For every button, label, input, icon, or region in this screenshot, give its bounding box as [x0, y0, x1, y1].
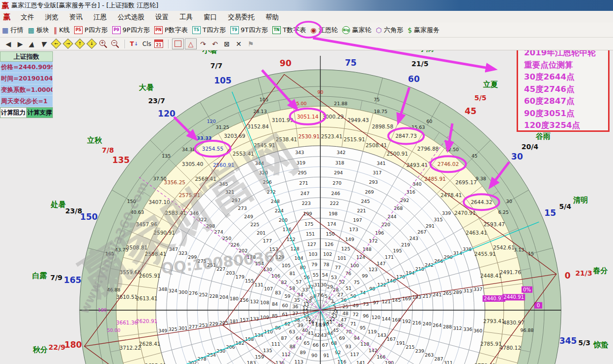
svg-text:59: 59: [284, 293, 290, 299]
svg-text:252: 252: [199, 292, 208, 297]
menu-item-5[interactable]: 设置: [150, 12, 174, 22]
svg-text:2898.58: 2898.58: [372, 123, 393, 129]
menu-item-3[interactable]: 江恩: [88, 12, 112, 22]
svg-text:69: 69: [339, 335, 345, 341]
svg-text:118: 118: [360, 341, 369, 347]
toolbar-item-sectors[interactable]: ▩板块: [28, 26, 49, 35]
toolbar-item-kline[interactable]: ‖K线: [53, 26, 70, 35]
svg-text:96.88: 96.88: [520, 327, 533, 333]
zoom-out-icon[interactable]: −: [110, 39, 121, 49]
box-x-icon[interactable]: ⊠: [221, 39, 232, 49]
svg-text:2493.41: 2493.41: [406, 162, 428, 168]
menu-logo-icon: 赢: [3, 12, 10, 22]
svg-text:300: 300: [178, 289, 187, 295]
svg-text:175: 175: [305, 221, 313, 227]
svg-text:2463.41: 2463.41: [466, 230, 487, 236]
diamond-up-icon[interactable]: ↑: [74, 39, 85, 49]
svg-text:3203.69: 3203.69: [224, 133, 245, 139]
toolbar-item-gann-wheel[interactable]: ◉江恩轮: [310, 26, 338, 35]
time-updown-icon[interactable]: T↓: [129, 39, 139, 49]
menu-item-1[interactable]: 浏览: [40, 12, 64, 22]
svg-text:131: 131: [255, 282, 263, 287]
svg-text:21/5: 21/5: [411, 60, 428, 68]
menu-item-7[interactable]: 窗口: [198, 12, 222, 22]
svg-text:219: 219: [401, 242, 410, 247]
svg-text:30: 30: [506, 199, 512, 204]
svg-text:34: 34: [297, 292, 303, 297]
svg-text:97: 97: [373, 300, 379, 305]
svg-text:264: 264: [433, 323, 441, 328]
svg-text:196: 196: [375, 230, 384, 236]
triangle-tool-icon[interactable]: △: [185, 39, 197, 49]
rotate-ccw-icon[interactable]: ↶: [210, 39, 220, 49]
rotate-cw-icon[interactable]: ↷: [198, 39, 209, 49]
down-marker-icon[interactable]: ▼: [38, 39, 50, 49]
svg-text:5: 5: [325, 293, 328, 299]
svg-text:0%: 0%: [523, 287, 531, 292]
svg-text:135: 135: [263, 348, 272, 353]
toolbar-item-quotes[interactable]: ▦行情: [2, 26, 23, 35]
svg-text:99: 99: [362, 273, 368, 279]
svg-text:3000.29: 3000.29: [322, 114, 344, 120]
cls-button[interactable]: Cls: [142, 40, 151, 47]
toolbar-item-winner-service[interactable]: $赢家服务: [407, 26, 439, 35]
svg-text:311: 311: [444, 360, 453, 364]
svg-text:27: 27: [338, 292, 344, 297]
svg-text:132: 132: [250, 299, 259, 304]
svg-text:2793.41: 2793.41: [483, 318, 504, 324]
svg-text:317: 317: [373, 170, 382, 175]
svg-text:113: 113: [294, 359, 303, 364]
svg-text:191: 191: [396, 340, 405, 346]
sectors-icon: ▩: [28, 27, 34, 34]
diamond-down-icon[interactable]: ↓: [86, 39, 97, 49]
menu-item-8[interactable]: 交易委托: [222, 12, 260, 22]
svg-text:29: 29: [327, 284, 333, 289]
menu-item-2[interactable]: 资讯: [64, 12, 88, 22]
menu-item-4[interactable]: 公式选股: [112, 12, 150, 22]
panel-row-3: 周天变化步长=1: [0, 96, 53, 107]
calendar-icon[interactable]: 21: [153, 39, 164, 49]
svg-text:291: 291: [426, 223, 435, 229]
svg-text:123: 123: [369, 267, 378, 272]
diamond-left-icon[interactable]: ←: [50, 39, 61, 49]
svg-text:90: 90: [280, 58, 292, 68]
toolbar-item-winner-wheel[interactable]: Big赢家轮: [342, 26, 371, 35]
menu-item-0[interactable]: 文件: [15, 12, 40, 22]
toolbar-item-t-table[interactable]: TNT数字表: [272, 26, 306, 35]
calc-resistance-button[interactable]: 计算阻力: [0, 107, 27, 118]
board-icon[interactable]: ⚑: [245, 39, 256, 49]
toolbar-item-label: 9P四方形: [123, 26, 150, 35]
note-line-1: 重要点位测算: [524, 59, 608, 72]
svg-text:105: 105: [214, 76, 232, 85]
square-tool-icon[interactable]: [172, 39, 184, 49]
svg-text:3: 3: [331, 298, 334, 304]
diamond-right-icon[interactable]: →: [62, 39, 73, 49]
svg-text:201: 201: [257, 230, 265, 236]
svg-text:58: 58: [289, 285, 295, 291]
calc-support-button[interactable]: 计算支撑: [27, 107, 53, 118]
svg-text:70: 70: [346, 329, 351, 334]
t-table-icon: TN: [272, 26, 281, 34]
toolbar-item-9t-square[interactable]: T99T四方形: [230, 26, 268, 35]
toolbar-item-t-square[interactable]: TST四方形: [192, 26, 226, 35]
svg-text:7/9: 7/9: [50, 274, 63, 282]
forward-icon[interactable]: ▶: [15, 39, 26, 49]
svg-text:287: 287: [434, 356, 443, 362]
main-toolbar: ▦行情▩板块‖K线PSP四方形P99P四方形PNP数字表TST四方形T99T四方…: [0, 23, 613, 38]
shrink-icon[interactable]: ✕: [233, 39, 244, 49]
menu-item-6[interactable]: 工具: [174, 12, 198, 22]
svg-text:60: 60: [426, 119, 432, 124]
menu-item-9[interactable]: 帮助: [260, 12, 284, 22]
toolbar-item-p-square[interactable]: PSP四方形: [74, 26, 108, 35]
svg-text:3152.84: 3152.84: [247, 123, 269, 129]
svg-text:3254.55: 3254.55: [202, 146, 223, 152]
index-info-panel: 上证指数 价格=2440.9099时间=20190104变换系数=1.00000…: [0, 51, 53, 118]
back-icon[interactable]: ◀: [3, 39, 14, 49]
zoom-in-icon[interactable]: +: [98, 39, 109, 49]
toolbar-item-hexagon[interactable]: ⬡六角形: [376, 26, 403, 35]
toolbar-item-9p-square[interactable]: P99P四方形: [112, 26, 150, 35]
up-marker-icon[interactable]: ▲: [26, 39, 39, 49]
svg-text:247: 247: [301, 191, 309, 196]
svg-text:0: 0: [565, 271, 570, 281]
toolbar-item-p-table[interactable]: PNP数字表: [154, 26, 188, 35]
